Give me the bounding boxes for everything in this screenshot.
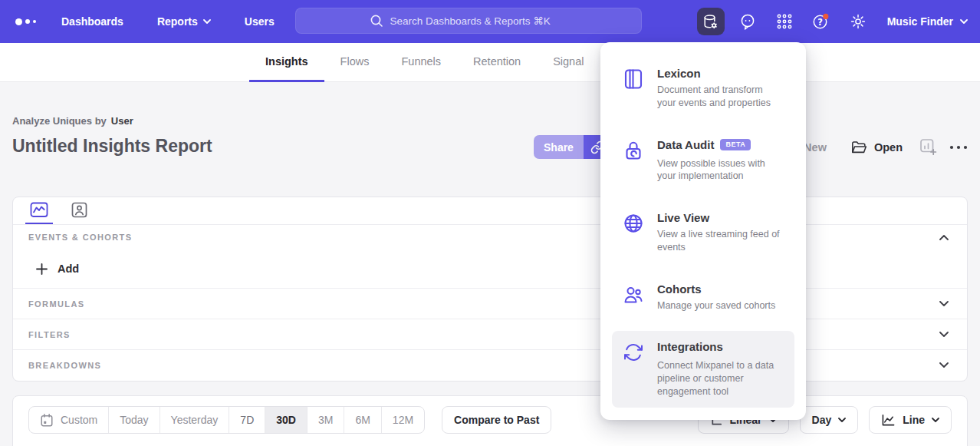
- app-window: Dashboards Reports Users: [0, 0, 980, 446]
- section-label: FORMULAS: [28, 299, 85, 309]
- section-label: EVENTS & COHORTS: [28, 233, 132, 242]
- line-chart-icon: [881, 414, 896, 427]
- menu-item-desc: View possible issues with your implement…: [657, 157, 784, 183]
- share-button[interactable]: Share: [534, 135, 584, 159]
- help-button[interactable]: ?: [807, 8, 835, 35]
- menu-item-live-view[interactable]: Live View View a live streaming feed of …: [612, 202, 794, 263]
- menu-item-data-audit[interactable]: Data Audit BETA View possible issues wit…: [612, 129, 794, 193]
- compare-to-past-button[interactable]: Compare to Past: [442, 406, 551, 434]
- tab-signal[interactable]: Signal: [537, 43, 600, 82]
- chevron-down-icon: [838, 418, 846, 422]
- chevron-down-icon: [932, 418, 939, 422]
- help-icon: ?: [812, 13, 830, 31]
- settings-button[interactable]: [844, 8, 872, 35]
- chevron-down-icon[interactable]: [939, 332, 949, 337]
- search-input[interactable]: [390, 15, 568, 27]
- range-custom[interactable]: Custom: [29, 407, 108, 433]
- data-management-button[interactable]: [697, 8, 725, 35]
- project-selector[interactable]: Music Finder: [887, 15, 968, 28]
- range-label: 12M: [393, 414, 413, 426]
- lexicon-icon: [623, 68, 644, 90]
- tab-flows[interactable]: Flows: [324, 43, 386, 82]
- range-yesterday[interactable]: Yesterday: [159, 407, 229, 433]
- menu-item-desc: Manage your saved cohorts: [657, 299, 784, 312]
- page-title[interactable]: Untitled Insights Report: [12, 136, 212, 157]
- chevron-down-icon[interactable]: [939, 301, 949, 306]
- section-formulas[interactable]: FORMULAS: [13, 288, 967, 319]
- tab-retention[interactable]: Retention: [457, 43, 537, 82]
- menu-item-title: Data Audit: [657, 138, 714, 151]
- tab-label: Signal: [553, 55, 584, 68]
- range-3m[interactable]: 3M: [307, 407, 344, 433]
- top-navigation-bar: Dashboards Reports Users: [0, 0, 980, 43]
- profile-tab-icon: [71, 202, 87, 218]
- range-6m[interactable]: 6M: [344, 407, 380, 433]
- menu-item-desc: Connect Mixpanel to a data pipeline or c…: [657, 359, 784, 398]
- breadcrumb: Analyze Uniques byUser: [12, 115, 133, 127]
- report-tabbar: Insights Flows Funnels Retention Signal …: [0, 43, 980, 82]
- nav-users[interactable]: Users: [245, 15, 275, 28]
- range-label: Custom: [61, 414, 97, 426]
- chevron-down-icon: [203, 19, 211, 24]
- range-label: Today: [120, 414, 148, 426]
- apps-grid-button[interactable]: [771, 8, 798, 35]
- chart-type-dropdown[interactable]: Line: [869, 406, 952, 434]
- messages-button[interactable]: [734, 8, 761, 35]
- mixpanel-logo-icon[interactable]: [15, 18, 49, 25]
- tab-insights[interactable]: Insights: [249, 43, 324, 82]
- plus-icon: [36, 263, 48, 275]
- add-event-button[interactable]: Add: [13, 249, 967, 288]
- nav-reports-label: Reports: [157, 15, 198, 28]
- apps-grid-icon: [776, 13, 793, 30]
- date-controls-bar: Custom Today Yesterday 7D 30D 3M 6M 12M …: [12, 395, 968, 446]
- data-management-menu: Lexicon Document and transform your even…: [600, 42, 806, 420]
- nav-reports[interactable]: Reports: [157, 15, 211, 28]
- range-12m[interactable]: 12M: [381, 407, 424, 433]
- top-nav: Dashboards Reports Users: [61, 15, 275, 28]
- tab-label: Retention: [473, 55, 521, 68]
- breadcrumb-prefix: Analyze Uniques by: [12, 115, 107, 127]
- query-view-tabs: [13, 197, 967, 225]
- cohorts-people-icon: [623, 284, 644, 306]
- menu-item-integrations[interactable]: Integrations Connect Mixpanel to a data …: [612, 331, 794, 407]
- line-chart-tab-icon: [30, 202, 48, 218]
- tab-funnels[interactable]: Funnels: [385, 43, 457, 82]
- section-events-cohorts[interactable]: EVENTS & COHORTS: [13, 225, 967, 249]
- nav-dashboards[interactable]: Dashboards: [61, 15, 123, 28]
- project-name: Music Finder: [887, 15, 953, 28]
- open-report-button[interactable]: Open: [851, 140, 903, 154]
- range-label: Yesterday: [171, 414, 219, 426]
- share-split-button: Share: [534, 135, 611, 159]
- gear-icon: [850, 13, 867, 30]
- menu-item-title: Live View: [657, 211, 709, 224]
- profiles-view-tab[interactable]: [67, 197, 92, 224]
- range-30d[interactable]: 30D: [265, 407, 307, 433]
- more-options-button[interactable]: [949, 145, 968, 150]
- add-label: Add: [58, 263, 79, 275]
- compare-label: Compare to Past: [454, 414, 539, 426]
- chevron-down-icon[interactable]: [939, 362, 949, 368]
- menu-item-title: Integrations: [657, 340, 723, 353]
- menu-item-desc: Document and transform your events and p…: [657, 84, 784, 110]
- chevron-up-icon[interactable]: [939, 235, 949, 240]
- menu-item-cohorts[interactable]: Cohorts Manage your saved cohorts: [612, 273, 794, 322]
- range-today[interactable]: Today: [108, 407, 159, 433]
- breadcrumb-value[interactable]: User: [111, 115, 133, 127]
- menu-item-lexicon[interactable]: Lexicon Document and transform your even…: [612, 58, 794, 119]
- section-breakdowns[interactable]: BREAKDOWNS: [13, 349, 967, 380]
- nav-dashboards-label: Dashboards: [61, 15, 123, 28]
- global-search[interactable]: [295, 8, 642, 34]
- section-filters[interactable]: FILTERS: [13, 319, 967, 349]
- range-label: 30D: [276, 414, 296, 426]
- range-7d[interactable]: 7D: [229, 407, 265, 433]
- interval-dropdown[interactable]: Day: [800, 406, 859, 434]
- date-range-segmented-control: Custom Today Yesterday 7D 30D 3M 6M 12M: [28, 406, 425, 434]
- events-view-tab[interactable]: [25, 197, 53, 224]
- add-to-dashboard-button[interactable]: [919, 138, 937, 156]
- integrations-sync-icon: [623, 342, 644, 363]
- menu-item-desc: View a live streaming feed of events: [657, 228, 784, 254]
- menu-item-title: Lexicon: [657, 67, 701, 80]
- data-audit-lock-icon: [623, 140, 644, 161]
- tab-label: Flows: [340, 55, 370, 68]
- new-report-button[interactable]: New: [804, 141, 827, 154]
